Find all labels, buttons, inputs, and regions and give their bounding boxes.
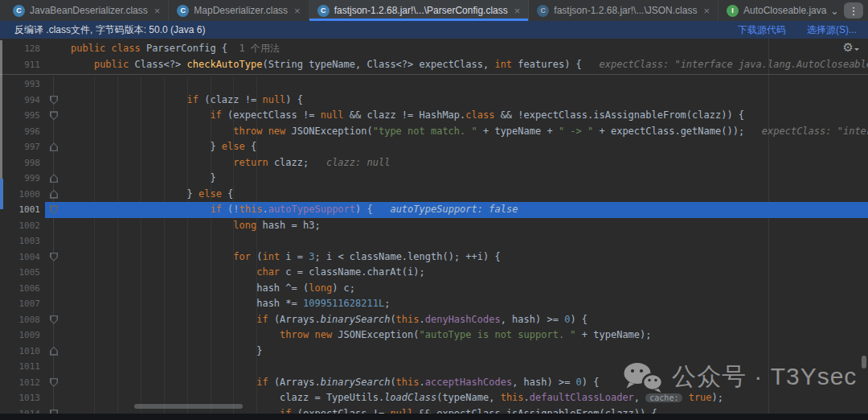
code-token: (typeName,	[436, 392, 500, 403]
fold-marker-box	[45, 171, 63, 187]
code-token: acceptHashCodes	[425, 377, 512, 388]
fold-marker-box	[45, 41, 63, 57]
vertical-scrollbar-thumb[interactable]	[862, 356, 866, 369]
line-number: 995	[0, 110, 45, 121]
fold-end-icon[interactable]	[50, 347, 58, 356]
close-icon[interactable]: ×	[294, 6, 301, 16]
code-token: expectClass: "interface java.lang.AutoCl…	[582, 59, 868, 70]
code-line: 1014 if (expectClass != null && expectCl…	[0, 406, 868, 414]
code-text[interactable]	[63, 76, 868, 93]
code-token: hash *=	[256, 298, 303, 309]
code-token: hash ^= (	[256, 282, 309, 294]
code-text[interactable]: if (Arrays.binarySearch(this.denyHashCod…	[63, 312, 868, 328]
editor-tab[interactable]: CMapDeserializer.class×	[169, 0, 309, 21]
code-line: 998 return clazz; clazz: null	[0, 155, 868, 171]
editor-tab[interactable]: Cfastjson-1.2.68.jar!\...\ParserConfig.c…	[309, 0, 530, 21]
code-token: (Arrays.	[274, 314, 321, 325]
code-token: + expectClass.getName());	[593, 126, 744, 137]
code-text[interactable]: hash ^= (long) c;	[63, 281, 868, 297]
editor-tab[interactable]: IAutoCloseable.java×	[719, 0, 830, 21]
fold-collapse-icon[interactable]	[50, 378, 58, 387]
code-indent	[71, 266, 256, 278]
code-text[interactable]: }	[63, 171, 868, 187]
editor-tab[interactable]: Cfastjson-1.2.68.jar!\...\JSON.class×	[529, 0, 719, 21]
code-token: null	[262, 94, 285, 105]
code-text[interactable]: long hash = h3;	[63, 218, 868, 234]
code-text[interactable]: if (clazz != null) {	[63, 93, 868, 109]
line-number: 993	[0, 79, 45, 89]
close-icon[interactable]: ×	[703, 6, 710, 16]
code-token: (clazz !=	[204, 94, 262, 105]
left-current-line-marker	[0, 179, 3, 209]
line-number: 1010	[0, 346, 45, 356]
editor-area[interactable]: 128public class ParserConfig { 1 个用法911 …	[0, 39, 868, 414]
fold-marker-box	[45, 375, 63, 391]
code-text[interactable]: } else {	[63, 139, 868, 155]
code-token: hash = h3;	[262, 220, 320, 231]
code-token: (expectClass !=	[227, 109, 321, 121]
editor-tab[interactable]: CJavaBeanDeserializer.class×	[5, 0, 169, 21]
chevron-down-icon[interactable]: ⌄	[830, 5, 839, 17]
code-text[interactable]: public class ParserConfig { 1 个用法	[63, 41, 868, 57]
choose-sources-link[interactable]: 选择源(S)...	[807, 23, 857, 37]
gear-icon[interactable]: ⚙	[843, 40, 854, 55]
horizontal-scrollbar-thumb[interactable]	[134, 404, 243, 409]
fold-marker-box	[45, 406, 63, 414]
code-indent	[71, 204, 210, 215]
fold-marker-box	[45, 76, 63, 93]
code-indent	[71, 377, 256, 388]
fold-marker-box	[45, 155, 63, 171]
code-line: 1009 throw new JSONException("autoType i…	[0, 327, 868, 344]
code-token: + typeName);	[576, 329, 652, 340]
download-sources-link[interactable]: 下载源代码	[738, 23, 786, 37]
code-text[interactable]: throw new JSONException("autoType is not…	[63, 327, 868, 344]
code-text[interactable]: public Class<?> checkAutoType(String typ…	[63, 57, 868, 73]
fold-collapse-icon[interactable]	[50, 96, 58, 105]
line-number: 1000	[0, 189, 45, 200]
code-token: , hash) >=	[512, 377, 575, 388]
fold-collapse-icon[interactable]	[50, 205, 58, 214]
code-token: .	[420, 377, 425, 388]
line-number: 994	[0, 95, 45, 105]
code-token: public class	[71, 43, 146, 54]
code-text[interactable]: if (expectClass != null && clazz != Hash…	[63, 108, 868, 124]
code-text[interactable]: hash *= 1099511628211L;	[63, 296, 868, 312]
fold-end-icon[interactable]	[50, 174, 58, 183]
code-token: int	[494, 59, 512, 70]
fold-collapse-icon[interactable]	[50, 253, 58, 261]
watermark: 公众号 · T3Ysec	[622, 360, 857, 393]
code-token: .	[524, 392, 530, 403]
kebab-menu-icon[interactable]: ⋮	[844, 2, 863, 19]
code-text[interactable]: if (!this.autoTypeSupport) { autoTypeSup…	[63, 202, 868, 218]
close-icon[interactable]: ×	[154, 6, 161, 16]
code-text[interactable]: return clazz; clazz: null	[63, 155, 868, 171]
line-number: 1009	[0, 330, 45, 340]
code-line: 128public class ParserConfig { 1 个用法	[0, 41, 868, 57]
code-token: );	[712, 392, 723, 403]
code-token: for	[233, 251, 256, 262]
close-icon[interactable]: ×	[514, 6, 521, 16]
code-text[interactable]	[63, 233, 868, 249]
code-text[interactable]: }	[63, 344, 868, 360]
fold-end-icon[interactable]	[50, 142, 58, 151]
fold-collapse-icon[interactable]	[50, 410, 58, 414]
line-number: 1003	[0, 236, 45, 246]
code-token: ; i < className.length(); ++i) {	[314, 251, 500, 262]
code-indent	[71, 188, 187, 200]
code-token: (!	[227, 204, 239, 215]
code-text[interactable]: char c = className.charAt(i);	[63, 265, 868, 281]
fold-marker-box	[45, 281, 63, 297]
code-indent	[71, 220, 233, 231]
code-token: autoTypeSupport: false	[373, 204, 518, 215]
tab-label: AutoCloseable.java	[743, 5, 826, 16]
fold-collapse-icon[interactable]	[50, 315, 58, 324]
fold-collapse-icon[interactable]	[50, 111, 58, 120]
code-text[interactable]: } else {	[63, 187, 868, 203]
code-text[interactable]: for (int i = 3; i < className.length(); …	[63, 249, 868, 266]
fold-end-icon[interactable]	[50, 190, 58, 199]
code-token: throw new	[280, 329, 338, 340]
code-text[interactable]: throw new JSONException("type not match.…	[63, 124, 868, 140]
code-line: 1010 }	[0, 344, 868, 360]
fold-marker-box	[45, 249, 63, 266]
code-token: && expectClass.isAssignableFrom(clazz)) …	[413, 408, 657, 414]
